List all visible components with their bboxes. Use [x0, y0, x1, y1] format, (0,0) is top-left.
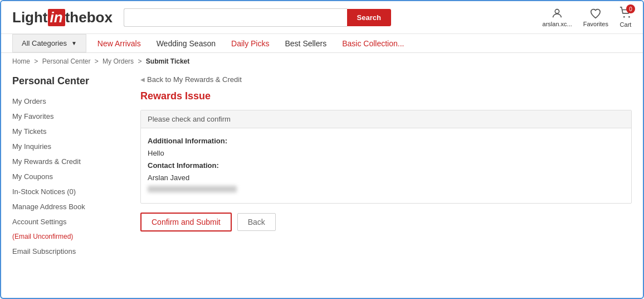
- sidebar-item-my-coupons[interactable]: My Coupons: [12, 169, 129, 184]
- breadcrumb-my-orders[interactable]: My Orders: [103, 57, 134, 65]
- breadcrumb-current: Submit Ticket: [146, 57, 189, 65]
- nav-bar: All Categories ▼ New Arrivals Wedding Se…: [1, 34, 643, 53]
- cart-label: Cart: [620, 21, 632, 28]
- sidebar-item-my-orders[interactable]: My Orders: [12, 94, 129, 109]
- sidebar-item-account-settings[interactable]: Account Settings: [12, 214, 129, 229]
- breadcrumb-sep-2: >: [95, 57, 100, 65]
- nav-new-arrivals[interactable]: New Arrivals: [97, 39, 141, 48]
- all-categories-label: All Categories: [22, 39, 67, 47]
- search-button[interactable]: Search: [347, 9, 391, 26]
- logo-highlight: in: [48, 9, 65, 26]
- logo-prefix: Light: [12, 9, 48, 26]
- search-bar: Search: [124, 8, 391, 27]
- content-area: Personal Center My Orders My Favorites M…: [1, 70, 643, 270]
- svg-point-2: [628, 16, 630, 18]
- cart-badge: 0: [626, 4, 635, 13]
- nav-daily-picks[interactable]: Daily Picks: [231, 39, 269, 48]
- section-title: Rewards Issue: [140, 90, 632, 102]
- user-icon: [551, 7, 563, 20]
- favorites-label: Favorites: [583, 21, 608, 27]
- search-input[interactable]: [124, 8, 347, 27]
- sidebar-item-my-tickets[interactable]: My Tickets: [12, 124, 129, 139]
- nav-links: New Arrivals Wedding Season Daily Picks …: [97, 35, 404, 52]
- sidebar-title: Personal Center: [12, 75, 129, 87]
- nav-best-sellers[interactable]: Best Sellers: [285, 39, 326, 48]
- chevron-down-icon: ▼: [71, 40, 77, 46]
- sidebar-item-my-favorites[interactable]: My Favorites: [12, 109, 129, 124]
- logo-suffix: thebox: [65, 9, 113, 26]
- logo[interactable]: Light in thebox: [12, 9, 113, 26]
- back-link[interactable]: Back to My Rewards & Credit: [140, 75, 632, 84]
- breadcrumb-personal-center[interactable]: Personal Center: [42, 57, 91, 65]
- user-account[interactable]: arslan.xc...: [543, 7, 572, 27]
- svg-point-1: [623, 16, 625, 18]
- contact-info-label: Contact Information:: [148, 160, 625, 172]
- back-button[interactable]: Back: [237, 213, 276, 231]
- confirm-box-body: Additional Information: Hello Contact In…: [141, 128, 631, 203]
- additional-info-value: Hello: [148, 149, 164, 157]
- breadcrumb-sep-1: >: [34, 57, 40, 65]
- contact-name: Arslan Javed: [148, 173, 189, 182]
- favorites-button[interactable]: Favorites: [583, 7, 608, 27]
- sidebar: Personal Center My Orders My Favorites M…: [12, 70, 129, 259]
- additional-info-label: Additional Information:: [148, 135, 625, 147]
- sidebar-item-my-inquiries[interactable]: My Inquiries: [12, 139, 129, 154]
- confirm-box-header: Please check and confirm: [141, 110, 631, 128]
- sidebar-item-my-rewards[interactable]: My Rewards & Credit: [12, 154, 129, 169]
- svg-point-0: [555, 9, 559, 13]
- breadcrumb-home[interactable]: Home: [12, 57, 30, 65]
- heart-icon: [589, 7, 602, 20]
- sidebar-item-email-subscriptions[interactable]: Email Subscriptions: [12, 244, 129, 259]
- action-buttons: Confirm and Submit Back: [140, 213, 632, 232]
- nav-wedding-season[interactable]: Wedding Season: [157, 39, 216, 48]
- breadcrumb: Home > Personal Center > My Orders > Sub…: [1, 53, 643, 70]
- username-label: arslan.xc...: [543, 21, 572, 27]
- sidebar-item-email-unconfirmed[interactable]: (Email Unconfirmed): [12, 229, 129, 244]
- confirm-submit-button[interactable]: Confirm and Submit: [140, 213, 232, 232]
- sidebar-item-manage-address[interactable]: Manage Address Book: [12, 199, 129, 214]
- cart-button[interactable]: 0 Cart: [619, 7, 632, 28]
- breadcrumb-sep-3: >: [138, 57, 143, 65]
- confirm-box: Please check and confirm Additional Info…: [140, 110, 632, 204]
- main-content: Back to My Rewards & Credit Rewards Issu…: [140, 70, 632, 259]
- blurred-info: [148, 186, 237, 192]
- header: Light in thebox Search arslan.xc... Favo…: [1, 1, 643, 34]
- all-categories-button[interactable]: All Categories ▼: [12, 34, 86, 52]
- nav-basic-collection[interactable]: Basic Collection...: [342, 39, 404, 48]
- sidebar-item-in-stock[interactable]: In-Stock Notices (0): [12, 184, 129, 199]
- header-icons: arslan.xc... Favorites 0 Cart: [543, 7, 632, 28]
